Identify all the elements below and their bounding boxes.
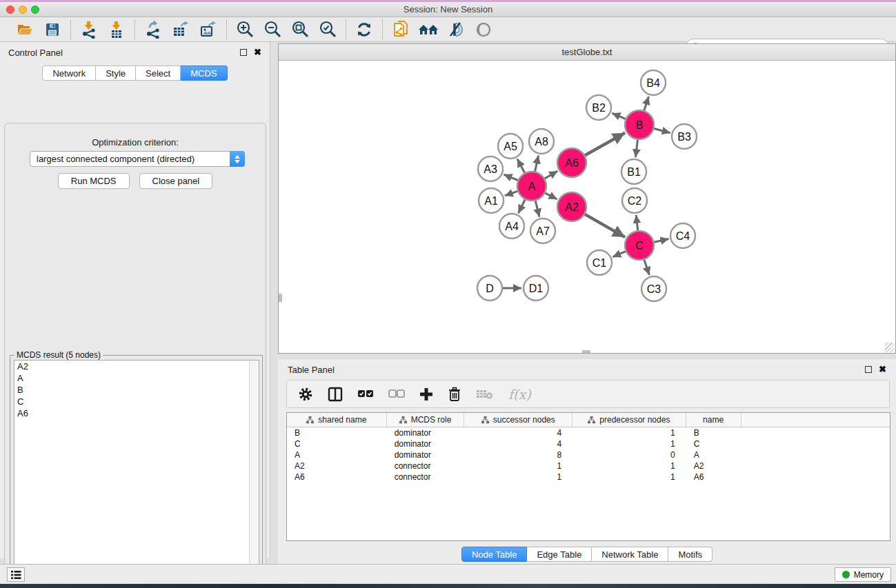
cell-predecessor-nodes[interactable]: 1 [573, 427, 686, 438]
delete-table-button[interactable] [476, 388, 494, 401]
node-A7[interactable]: A7 [530, 219, 555, 243]
node-C1[interactable]: C1 [587, 250, 612, 275]
edge-B-B4[interactable] [644, 97, 649, 111]
float-panel-icon[interactable] [865, 366, 872, 373]
cell-shared-name[interactable]: A2 [287, 460, 387, 472]
node-B3[interactable]: B3 [672, 124, 697, 149]
resize-handle-icon[interactable] [885, 343, 895, 352]
column-header-MCDS role[interactable]: MCDS role [387, 413, 465, 427]
table-row[interactable]: A2connector11A2 [287, 460, 890, 472]
tab-network-table[interactable]: Network Table [592, 547, 668, 562]
cell-shared-name[interactable]: B [287, 427, 387, 438]
edge-C-C3[interactable] [644, 259, 650, 275]
cell-MCDS-role[interactable]: dominator [387, 449, 465, 460]
cell-MCDS-role[interactable]: connector [387, 472, 465, 483]
edge-A-A3[interactable] [504, 174, 518, 181]
add-column-button[interactable] [419, 387, 433, 401]
table-row[interactable]: Bdominator41B [287, 427, 890, 438]
tab-mcds[interactable]: MCDS [181, 65, 227, 81]
run-mcds-button[interactable]: Run MCDS [58, 173, 130, 189]
criterion-dropdown[interactable]: largest connected component (directed) [30, 151, 245, 167]
node-C2[interactable]: C2 [622, 188, 647, 213]
tab-network[interactable]: Network [42, 65, 96, 81]
cell-name[interactable]: A [686, 449, 741, 460]
cell-predecessor-nodes[interactable]: 1 [573, 472, 686, 483]
cell-successor-nodes[interactable]: 8 [464, 449, 573, 460]
node-A1[interactable]: A1 [479, 188, 504, 213]
close-traffic-light[interactable] [287, 48, 295, 56]
edge-A-A5[interactable] [517, 159, 525, 174]
close-panel-button[interactable]: Close panel [139, 173, 213, 189]
edge-B-B3[interactable] [653, 128, 670, 132]
edge-A-A6[interactable] [544, 171, 557, 179]
tab-edge-table[interactable]: Edge Table [527, 547, 592, 562]
close-traffic-light[interactable] [6, 6, 14, 14]
edge-A-A2[interactable] [545, 193, 557, 199]
node-A4[interactable]: A4 [499, 214, 524, 239]
float-panel-icon[interactable] [240, 49, 247, 56]
tab-style[interactable]: Style [96, 65, 136, 81]
open-session-button[interactable] [14, 19, 36, 40]
result-list-item[interactable]: A2 [14, 361, 259, 372]
edge-B-B2[interactable] [612, 113, 626, 119]
edge-C-C1[interactable] [613, 251, 626, 256]
delete-column-button[interactable] [448, 387, 461, 402]
cell-name[interactable]: A2 [686, 460, 741, 472]
cell-MCDS-role[interactable]: dominator [387, 427, 465, 438]
edge-A-A1[interactable] [505, 191, 518, 196]
cell-successor-nodes[interactable]: 4 [464, 427, 573, 438]
node-A2[interactable]: A2 [557, 192, 586, 221]
network-canvas[interactable]: AA6A2BCA1A3A4A5A7A8B1B2B3B4C1C2C3C4DD1 [279, 61, 895, 353]
zoom-traffic-light[interactable] [31, 6, 39, 14]
column-header-predecessor nodes[interactable]: predecessor nodes [573, 413, 686, 427]
edge-A6-B[interactable] [584, 133, 625, 156]
ndex-import-button[interactable] [390, 19, 412, 40]
node-B2[interactable]: B2 [586, 95, 611, 120]
cell-MCDS-role[interactable]: connector [387, 460, 465, 472]
cell-name[interactable]: A6 [686, 472, 741, 483]
close-panel-icon[interactable]: ✖ [254, 49, 261, 56]
zoom-selected-button[interactable] [317, 19, 339, 40]
refresh-button[interactable] [353, 19, 375, 40]
tab-motifs[interactable]: Motifs [668, 547, 713, 562]
column-header-name[interactable]: name [686, 413, 741, 427]
zoom-out-button[interactable] [261, 19, 283, 40]
cell-[interactable] [741, 472, 890, 483]
export-image-button[interactable] [197, 19, 219, 40]
export-table-button[interactable] [170, 19, 192, 40]
node-A5[interactable]: A5 [498, 134, 523, 159]
result-list-item[interactable]: C [14, 396, 259, 407]
edge-C-C2[interactable] [636, 215, 638, 231]
save-session-button[interactable] [41, 19, 63, 40]
tab-select[interactable]: Select [136, 65, 181, 81]
node-D1[interactable]: D1 [524, 276, 548, 301]
node-A6[interactable]: A6 [557, 148, 586, 177]
cell-[interactable] [741, 449, 890, 460]
node-B[interactable]: B [625, 110, 654, 139]
table-row[interactable]: Adominator80A [287, 449, 890, 460]
memory-button[interactable]: Memory [835, 567, 891, 582]
function-builder-button[interactable]: f(x) [508, 387, 531, 402]
cell-successor-nodes[interactable]: 1 [464, 472, 573, 483]
node-A3[interactable]: A3 [478, 156, 503, 181]
node-A8[interactable]: A8 [529, 129, 554, 154]
edge-A2-C[interactable] [584, 214, 625, 237]
canvas-scroll-nub[interactable] [582, 350, 590, 353]
table-settings-button[interactable] [298, 387, 313, 402]
result-list-item[interactable]: B [14, 384, 259, 396]
node-B4[interactable]: B4 [641, 70, 666, 95]
tab-node-table[interactable]: Node Table [461, 547, 528, 562]
table-row[interactable]: Cdominator41C [287, 438, 890, 449]
task-history-button[interactable] [7, 567, 25, 582]
node-B1[interactable]: B1 [621, 159, 646, 184]
cell-successor-nodes[interactable]: 1 [464, 460, 573, 472]
cell-predecessor-nodes[interactable]: 1 [573, 438, 686, 449]
zoom-traffic-light[interactable] [313, 48, 321, 56]
export-network-button[interactable] [142, 19, 164, 40]
result-list-item[interactable]: A [14, 372, 259, 384]
cell-[interactable] [741, 427, 890, 438]
cell-predecessor-nodes[interactable]: 1 [573, 460, 686, 472]
cell-[interactable] [741, 460, 890, 472]
edge-A-A7[interactable] [535, 200, 539, 216]
import-network-button[interactable] [78, 19, 100, 40]
